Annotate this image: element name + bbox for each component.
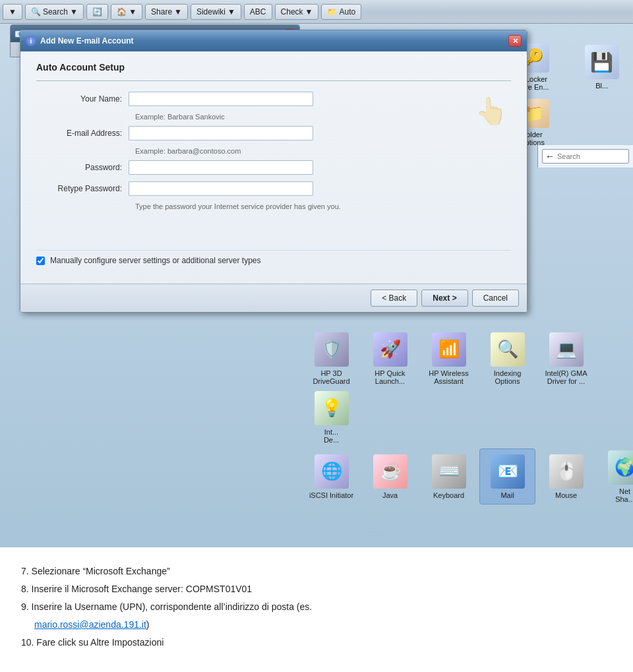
sidebar-search-input[interactable] — [555, 152, 607, 160]
sidewiki-label: Sidewiki — [196, 7, 226, 16]
bl-label: Bl... — [595, 82, 608, 90]
add-email-dialog: i Add New E-mail Account ✕ 👆 Auto Accoun… — [20, 30, 528, 313]
link-suffix: ) — [146, 619, 150, 630]
intel-label: Intel(R) GMADriver for ... — [545, 369, 587, 385]
text-num-7: 7. — [21, 566, 32, 576]
network-icon[interactable]: 🌍 NetSha... — [597, 448, 633, 504]
mail-icon[interactable]: 📧 Mail — [479, 448, 535, 504]
indexing-img: 🔍 — [497, 339, 518, 359]
text-num-10: 10. — [21, 637, 36, 648]
hp3d-label: HP 3DDriveGuard — [313, 369, 349, 385]
email-label: E-mail Address: — [36, 129, 129, 138]
hpwireless-label: HP WirelessAssistant — [429, 369, 468, 385]
auto-label: Auto — [339, 7, 355, 16]
sidewiki-btn[interactable]: Sidewiki ▼ — [191, 4, 241, 20]
email-link[interactable]: mario.rossi@azienda.191.it — [34, 619, 146, 630]
manual-config-checkbox[interactable] — [36, 257, 45, 265]
iscsi-label: iSCSI Initiator — [309, 491, 353, 499]
search-icon: 🔍 — [31, 7, 41, 16]
intel-icon[interactable]: 💻 Intel(R) GMADriver for ... — [538, 330, 594, 386]
dialog-titlebar: i Add New E-mail Account ✕ — [20, 30, 527, 51]
your-name-input[interactable] — [129, 92, 313, 106]
java-img: ☕ — [380, 461, 401, 481]
hpwireless-img: 📶 — [438, 339, 460, 359]
cancel-button[interactable]: Cancel — [472, 290, 519, 307]
mail-label: Mail — [500, 491, 514, 499]
text-content-area: 7. Selezionare “Microsoft Exchange” 8. I… — [0, 554, 633, 664]
back-arrow-icon[interactable]: ← — [545, 151, 555, 162]
text-line-9b: mario.rossi@azienda.191.it) — [34, 618, 612, 632]
text-line-9: 9. Inserire la Username (UPN), corrispon… — [21, 600, 612, 614]
int-icon[interactable]: 💡 Int...De... — [303, 389, 359, 445]
dialog-overlay: i Add New E-mail Account ✕ 👆 Auto Accoun… — [20, 30, 528, 313]
network-img: 🌍 — [615, 457, 634, 477]
text-num-9: 9. — [21, 601, 32, 612]
your-name-label: Your Name: — [36, 94, 129, 104]
your-name-row: Your Name: — [36, 92, 511, 106]
dialog-body: 👆 Auto Account Setup Your Name: Example:… — [20, 51, 527, 284]
hpquick-img: 🚀 — [380, 339, 401, 359]
refresh-btn[interactable]: 🔄 — [86, 4, 108, 20]
abc-icon: ABC — [244, 4, 272, 20]
bottom-icons-row2: 🌐 iSCSI Initiator ☕ Java ⌨️ Keyboard 📧 M… — [303, 448, 633, 504]
int-img: 💡 — [321, 398, 342, 418]
text-line-10: 10. Fare click su Altre Impostazioni — [21, 636, 612, 650]
section-divider — [36, 80, 511, 81]
network-label: NetSha... — [615, 487, 633, 503]
hpquick-icon[interactable]: 🚀 HP QuickLaunch... — [362, 330, 418, 386]
text-body-7: Selezionare “Microsoft Exchange” — [32, 566, 170, 576]
keyboard-label: Keyboard — [433, 491, 464, 499]
share-label: Share — [151, 7, 172, 16]
form-spacer — [36, 210, 511, 237]
indexing-label: IndexingOptions — [494, 369, 522, 385]
retype-input[interactable] — [129, 181, 313, 196]
password-input[interactable] — [129, 160, 313, 175]
next-button[interactable]: Next > — [421, 290, 467, 307]
email-input[interactable] — [129, 126, 313, 140]
dialog-title-icon: i — [26, 36, 36, 46]
text-line-7: 7. Selezionare “Microsoft Exchange” — [21, 565, 612, 578]
text-body-9: Inserire la Username (UPN), corrisponden… — [32, 601, 313, 612]
hpwireless-icon[interactable]: 📶 HP WirelessAssistant — [421, 330, 477, 386]
hpquick-label: HP QuickLaunch... — [375, 369, 405, 385]
your-name-hint: Example: Barbara Sankovic — [135, 113, 511, 121]
back-button[interactable]: < Back — [371, 290, 417, 307]
indexing-icon[interactable]: 🔍 IndexingOptions — [479, 330, 535, 386]
dialog-title-text: Add New E-mail Account — [40, 36, 504, 46]
wizard-cursor-icon: 👆 — [475, 96, 508, 127]
intel-img: 💻 — [556, 339, 577, 359]
keyboard-icon[interactable]: ⌨️ Keyboard — [421, 448, 477, 504]
dialog-close-btn[interactable]: ✕ — [508, 35, 522, 47]
text-body-10: Fare click su Altre Impostazioni — [36, 637, 164, 648]
checkbox-row: Manually configure server settings or ad… — [36, 250, 511, 270]
retype-row: Retype Password: — [36, 181, 511, 196]
java-icon[interactable]: ☕ Java — [362, 448, 418, 504]
auto-btn[interactable]: 📁 Auto — [321, 4, 361, 20]
manual-config-label: Manually configure server settings or ad… — [50, 256, 261, 265]
email-hint: Example: barbara@contoso.com — [135, 147, 511, 155]
search-toolbar-btn[interactable]: 🔍 Search ▼ — [25, 4, 84, 20]
folder-icon: 📁 — [327, 7, 337, 16]
check-btn[interactable]: Check ▼ — [275, 4, 319, 20]
bl-icon-item[interactable]: 💾 Bl... — [572, 41, 632, 94]
password-label: Password: — [36, 163, 129, 172]
back-forward-buttons[interactable]: ▼ — [3, 4, 22, 20]
mail-img: 📧 — [497, 461, 518, 481]
int-label: Int...De... — [324, 428, 339, 444]
desktop: ▼ 🔍 Search ▼ 🔄 🏠 ▼ Share ▼ Sidewiki ▼ AB… — [0, 0, 633, 547]
email-row: E-mail Address: — [36, 126, 511, 140]
mouse-img: 🖱️ — [556, 461, 577, 481]
iscsi-icon[interactable]: 🌐 iSCSI Initiator — [303, 448, 359, 504]
text-num-8: 8. — [21, 584, 32, 594]
nav-btn[interactable]: 🏠 ▼ — [111, 4, 142, 20]
taskbar: ▼ 🔍 Search ▼ 🔄 🏠 ▼ Share ▼ Sidewiki ▼ AB… — [0, 0, 633, 24]
hp3d-img: 🛡️ — [321, 339, 342, 359]
text-line-8: 8. Inserire il Microsoft Exchange server… — [21, 582, 612, 596]
bl-icon: 💾 — [590, 51, 613, 73]
share-btn[interactable]: Share ▼ — [145, 4, 188, 20]
dialog-footer: < Back Next > Cancel — [20, 284, 527, 312]
text-body-8: Inserire il Microsoft Exchange server: C… — [32, 584, 253, 594]
hp3d-icon[interactable]: 🛡️ HP 3DDriveGuard — [303, 330, 359, 386]
mouse-icon[interactable]: 🖱️ Mouse — [538, 448, 594, 504]
retype-label: Retype Password: — [36, 184, 129, 193]
